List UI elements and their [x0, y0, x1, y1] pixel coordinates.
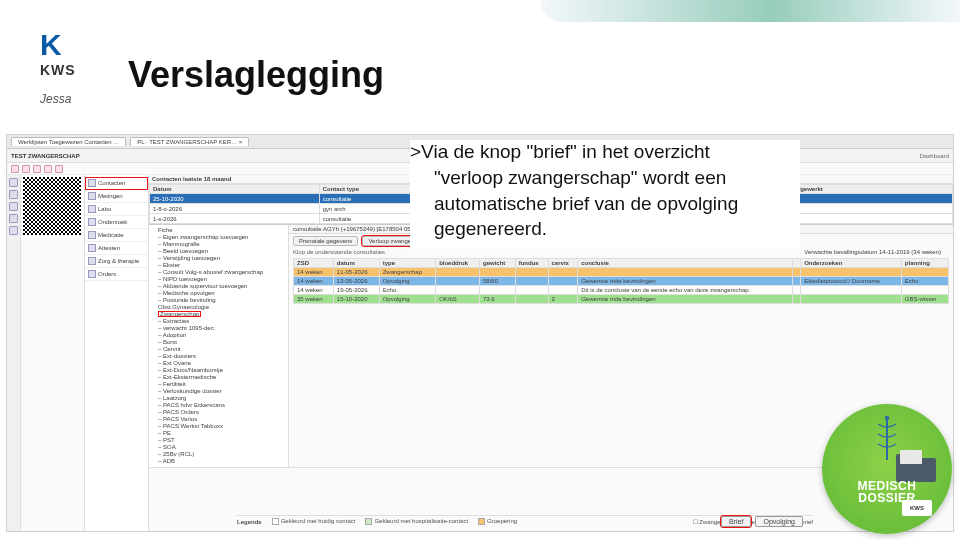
table-row[interactable]: 14 weken13-05-2026Opvolging58/60Gewenste…	[294, 277, 949, 286]
left-nav: ContactenMetingenLaboOnderzoekMedicatieA…	[85, 175, 149, 531]
tree-item[interactable]: – Ext-Ekstermedische	[152, 374, 285, 381]
table-row[interactable]: 14 weken19-05-2026EchoDit is de conclusi…	[294, 286, 949, 295]
nav-item-onderzoek[interactable]: Onderzoek	[85, 216, 148, 229]
cell: 15-10-2020	[333, 295, 379, 304]
cell	[515, 286, 548, 295]
tree-item[interactable]: – Mammografie	[152, 241, 285, 248]
tree-item[interactable]: – PST	[152, 437, 285, 444]
tab-patient[interactable]: PL · TEST ZWANGERSCHAP KER… ×	[130, 137, 249, 146]
rail-icon[interactable]	[9, 190, 18, 199]
tree-item[interactable]: – Cervnt	[152, 346, 285, 353]
tree-item[interactable]: – Ext-dossiers	[152, 353, 285, 360]
legend-item: Gekleurd met huidig contact	[281, 518, 356, 524]
col-header: ZSD	[294, 259, 334, 268]
brief-button[interactable]: Brief	[721, 516, 751, 527]
tree-item[interactable]: – Adoption	[152, 332, 285, 339]
tree-item[interactable]: – PACS Orders	[152, 409, 285, 416]
tree-item[interactable]: – Afdoende supervisor toevoegen	[152, 283, 285, 290]
nav-item-medicatie[interactable]: Medicatie	[85, 229, 148, 242]
col-header: Onderzoeken	[801, 259, 902, 268]
tree-item[interactable]: – SOA	[152, 444, 285, 451]
toolbar-icon[interactable]	[11, 165, 19, 173]
tree-item[interactable]: – Ekster	[152, 262, 285, 269]
nav-label: Orders	[98, 271, 116, 277]
nav-icon	[88, 179, 96, 187]
svg-rect-1	[900, 450, 922, 464]
toolbar-icon[interactable]	[33, 165, 41, 173]
tree-item[interactable]: – Ext Ovarie	[152, 360, 285, 367]
cell	[801, 286, 902, 295]
qr-code-icon	[23, 177, 81, 235]
tree-item[interactable]: – Posturale bevinding	[152, 297, 285, 304]
toolbar-icon[interactable]	[55, 165, 63, 173]
cell	[548, 286, 578, 295]
tree-item[interactable]: – PACS hdvr Eckerscans	[152, 402, 285, 409]
tree-item[interactable]: – Medische opvolgen	[152, 290, 285, 297]
tree-item[interactable]: Fiche	[152, 227, 285, 234]
nav-item-labo[interactable]: Labo	[85, 203, 148, 216]
tree-item[interactable]: – ADB	[152, 458, 285, 465]
tree-item[interactable]: – verwacht 1095-dec.	[152, 325, 285, 332]
nav-item-metingen[interactable]: Metingen	[85, 190, 148, 203]
tree-item[interactable]: – Extracties	[152, 318, 285, 325]
dashboard-link[interactable]: Dashboard	[920, 153, 949, 159]
tree-item[interactable]: – PE	[152, 430, 285, 437]
table-row[interactable]: 14 weken11-05-2026Zwangerschap	[294, 268, 949, 277]
cell: Echo	[379, 286, 435, 295]
nav-label: Zorg & therapie	[98, 258, 139, 264]
nav-item-attesten[interactable]: Attesten	[85, 242, 148, 255]
cell: Gewenste tride bevindingen	[578, 295, 792, 304]
rail-icon[interactable]	[9, 178, 18, 187]
tree-item[interactable]: – Borst	[152, 339, 285, 346]
tree-item[interactable]: – Fertiliteit	[152, 381, 285, 388]
cell: 58/60	[479, 277, 515, 286]
rail-icon[interactable]	[9, 214, 18, 223]
nav-item-zorg & therapie[interactable]: Zorg & therapie	[85, 255, 148, 268]
nav-item-orders[interactable]: Orders	[85, 268, 148, 281]
tree-item[interactable]: Zwangerschap	[152, 311, 285, 318]
tree-item[interactable]: – PACS Werkst Tabboxx	[152, 423, 285, 430]
decorative-stripe	[540, 0, 960, 22]
cell	[436, 277, 480, 286]
flow-subline: Klop de onderstaande consultaties Verwac…	[289, 248, 953, 256]
tree-item[interactable]: – Verloskundige dossier	[152, 388, 285, 395]
cell	[436, 286, 480, 295]
body-line4: gegenereerd.	[410, 217, 794, 241]
pregnancy-grid: ZSDdatumtypebloeddrukgewichtfunduscervix…	[289, 256, 953, 306]
tab-prenatal[interactable]: Prenatale gegevens	[293, 236, 358, 246]
cell	[548, 268, 578, 277]
cell: Echo	[901, 277, 948, 286]
col-header: fundus	[515, 259, 548, 268]
toolbar-icon[interactable]	[44, 165, 52, 173]
tree-item[interactable]: – Ext-Docs/Naamborstje	[152, 367, 285, 374]
col-header: planning	[901, 259, 948, 268]
tree-item[interactable]: – PACS Varios	[152, 416, 285, 423]
tree-item[interactable]: – 25Bv (RCL)	[152, 451, 285, 458]
cell: 14 weken	[294, 268, 334, 277]
cell	[792, 268, 801, 277]
tree-item[interactable]: – Eigen zwangerschap toevoegen	[152, 234, 285, 241]
table-row[interactable]: 35 weken15-10-2020OpvolgingOK/bS73.62Gew…	[294, 295, 949, 304]
tree-item[interactable]: – NIPD toevoegen	[152, 276, 285, 283]
tree-item[interactable]: – Laatzorg	[152, 395, 285, 402]
tree-item[interactable]: Obst.Gynaecologie	[152, 304, 285, 311]
tab-worklists[interactable]: Werklijsten Toegewezen Contacten …	[11, 137, 126, 146]
rail-icon[interactable]	[9, 226, 18, 235]
opvolging-button[interactable]: Opvolging	[755, 516, 803, 527]
tree-item[interactable]: – Verwijding toevoegen	[152, 255, 285, 262]
toolbar-icon[interactable]	[22, 165, 30, 173]
nav-label: Labo	[98, 206, 111, 212]
cell	[515, 268, 548, 277]
tree-item[interactable]: – Consult Volg-s abusief zwangerschap	[152, 269, 285, 276]
nav-label: Onderzoek	[98, 219, 127, 225]
tree-item[interactable]: – Beeld toevoegen	[152, 248, 285, 255]
cell: Opvolging	[379, 277, 435, 286]
rail-icon[interactable]	[9, 202, 18, 211]
col-header: cervix	[548, 259, 578, 268]
cell: ☐	[790, 194, 952, 204]
cell: 14 weken	[294, 277, 334, 286]
qr-column	[21, 175, 85, 531]
cell	[792, 286, 801, 295]
nav-item-contacten[interactable]: Contacten	[85, 177, 148, 190]
cell: Zwangerschap	[379, 268, 435, 277]
